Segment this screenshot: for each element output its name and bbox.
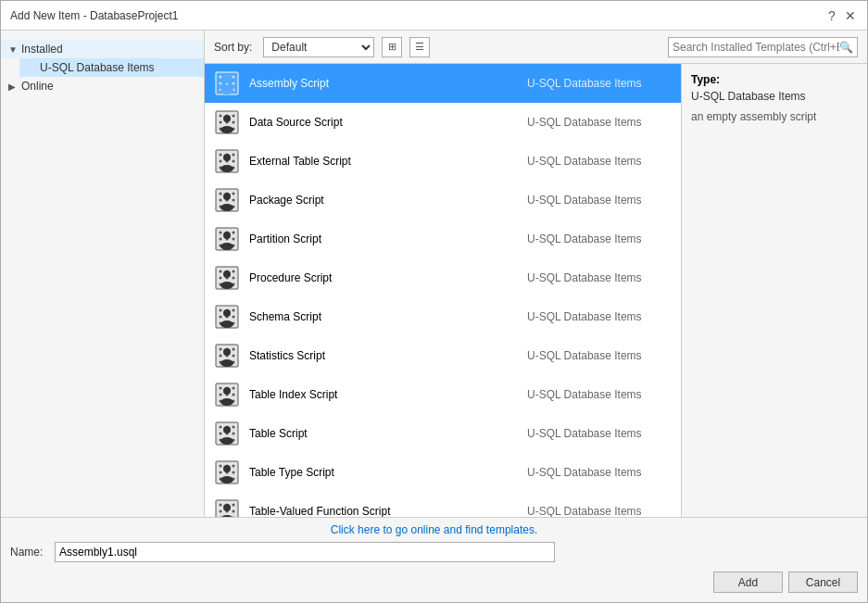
svg-point-119 xyxy=(220,426,222,429)
svg-point-11 xyxy=(223,76,231,83)
bottom-bar: Click here to go online and find templat… xyxy=(1,517,867,602)
svg-point-51 xyxy=(220,204,233,211)
svg-point-134 xyxy=(233,465,235,468)
list-view-button[interactable]: ☰ xyxy=(409,37,430,57)
svg-point-20 xyxy=(233,121,235,124)
search-button[interactable]: 🔍 xyxy=(839,41,853,54)
svg-point-109 xyxy=(220,394,222,396)
item-icon xyxy=(212,302,242,332)
online-label: Online xyxy=(21,80,54,93)
cancel-button[interactable]: Cancel xyxy=(788,572,858,593)
tree-item-online[interactable]: ▶ Online xyxy=(1,77,204,95)
item-name: Partition Script xyxy=(249,232,527,245)
info-description: an empty assembly script xyxy=(691,110,858,123)
item-category: U-SQL Database Items xyxy=(527,232,666,245)
item-category: U-SQL Database Items xyxy=(527,505,666,517)
list-item[interactable]: Table Type ScriptU-SQL Database Items xyxy=(205,453,681,492)
svg-point-93 xyxy=(220,348,222,351)
list-item[interactable]: Schema ScriptU-SQL Database Items xyxy=(205,297,681,336)
list-item[interactable]: Assembly ScriptU-SQL Database Items xyxy=(205,64,681,103)
help-button[interactable]: ? xyxy=(824,8,839,23)
item-name: Procedure Script xyxy=(249,271,527,284)
svg-point-145 xyxy=(220,504,222,507)
svg-point-103 xyxy=(220,359,233,367)
list-item[interactable]: Procedure ScriptU-SQL Database Items xyxy=(205,258,681,297)
svg-point-15 xyxy=(220,115,222,118)
list-item[interactable]: Table Index ScriptU-SQL Database Items xyxy=(205,375,681,414)
item-category: U-SQL Database Items xyxy=(527,194,666,207)
item-icon xyxy=(212,496,242,517)
grid-view-button[interactable]: ⊞ xyxy=(382,37,402,57)
svg-point-141 xyxy=(223,465,231,472)
item-name: Table Script xyxy=(249,427,527,440)
name-label: Name: xyxy=(10,546,47,559)
list-item[interactable]: Statistics ScriptU-SQL Database Items xyxy=(205,336,681,375)
sort-label: Sort by: xyxy=(214,41,252,54)
svg-point-50 xyxy=(223,193,231,200)
svg-point-76 xyxy=(223,270,231,278)
svg-point-59 xyxy=(233,238,235,241)
svg-point-148 xyxy=(220,510,222,513)
list-item[interactable]: Table ScriptU-SQL Database Items xyxy=(205,414,681,453)
title-controls: ? ✕ xyxy=(824,8,858,23)
item-name: Table Type Script xyxy=(249,466,527,479)
svg-point-121 xyxy=(233,426,235,429)
svg-point-2 xyxy=(220,76,222,79)
list-item[interactable]: Data Source ScriptU-SQL Database Items xyxy=(205,103,681,142)
svg-point-106 xyxy=(220,387,222,390)
name-input[interactable] xyxy=(55,542,555,562)
svg-point-37 xyxy=(223,154,231,161)
installed-label: Installed xyxy=(21,43,63,56)
svg-point-80 xyxy=(220,309,222,312)
dialog: Add New Item - DatabaseProject1 ? ✕ ▼ In… xyxy=(0,0,868,603)
right-panel: Sort by: Default Name Type ⊞ ☰ 🔍 xyxy=(205,31,867,517)
list-item[interactable]: External Table ScriptU-SQL Database Item… xyxy=(205,142,681,181)
item-category: U-SQL Database Items xyxy=(527,271,666,284)
svg-point-102 xyxy=(223,348,231,356)
item-icon xyxy=(212,458,242,487)
svg-point-7 xyxy=(233,82,235,85)
item-icon xyxy=(212,224,242,254)
svg-point-154 xyxy=(223,504,231,511)
svg-point-116 xyxy=(220,398,233,406)
buttons-row: Add Cancel xyxy=(10,568,858,597)
dialog-title: Add New Item - DatabaseProject1 xyxy=(10,9,178,22)
list-item[interactable]: Table-Valued Function ScriptU-SQL Databa… xyxy=(205,492,681,517)
add-button[interactable]: Add xyxy=(713,572,783,593)
svg-point-57 xyxy=(220,238,222,241)
svg-point-5 xyxy=(220,82,222,85)
item-icon xyxy=(212,185,242,215)
svg-point-28 xyxy=(220,154,222,157)
item-icon xyxy=(212,69,242,98)
svg-point-33 xyxy=(233,160,235,163)
online-link[interactable]: Click here to go online and find templat… xyxy=(331,523,537,536)
svg-point-142 xyxy=(220,476,233,484)
sort-select[interactable]: Default Name Type xyxy=(263,37,374,57)
close-button[interactable]: ✕ xyxy=(843,8,858,23)
item-category: U-SQL Database Items xyxy=(527,310,666,323)
item-icon xyxy=(212,263,242,293)
svg-point-77 xyxy=(220,282,233,289)
item-name: Table Index Script xyxy=(249,388,527,401)
svg-point-46 xyxy=(233,199,235,202)
svg-point-63 xyxy=(223,232,231,239)
svg-point-56 xyxy=(233,232,235,234)
svg-point-82 xyxy=(233,309,235,312)
list-item[interactable]: Package ScriptU-SQL Database Items xyxy=(205,181,681,220)
left-panel: ▼ Installed U-SQL Database Items ▶ Onlin… xyxy=(1,31,205,517)
item-category: U-SQL Database Items xyxy=(527,155,666,168)
list-item[interactable]: Partition ScriptU-SQL Database Items xyxy=(205,220,681,258)
tree-item-usql[interactable]: U-SQL Database Items xyxy=(19,58,204,77)
info-type-value: U-SQL Database Items xyxy=(691,90,858,103)
search-input[interactable] xyxy=(673,41,839,54)
online-arrow: ▶ xyxy=(8,82,19,92)
tree-item-installed[interactable]: ▼ Installed xyxy=(1,40,204,58)
info-type-label: Type: xyxy=(691,73,858,86)
title-bar: Add New Item - DatabaseProject1 ? ✕ xyxy=(1,1,867,31)
svg-point-132 xyxy=(220,465,222,468)
installed-arrow: ▼ xyxy=(8,44,19,55)
item-icon xyxy=(212,419,242,448)
item-category: U-SQL Database Items xyxy=(527,77,666,90)
svg-point-85 xyxy=(233,316,235,319)
content-area: ▼ Installed U-SQL Database Items ▶ Onlin… xyxy=(1,31,867,517)
